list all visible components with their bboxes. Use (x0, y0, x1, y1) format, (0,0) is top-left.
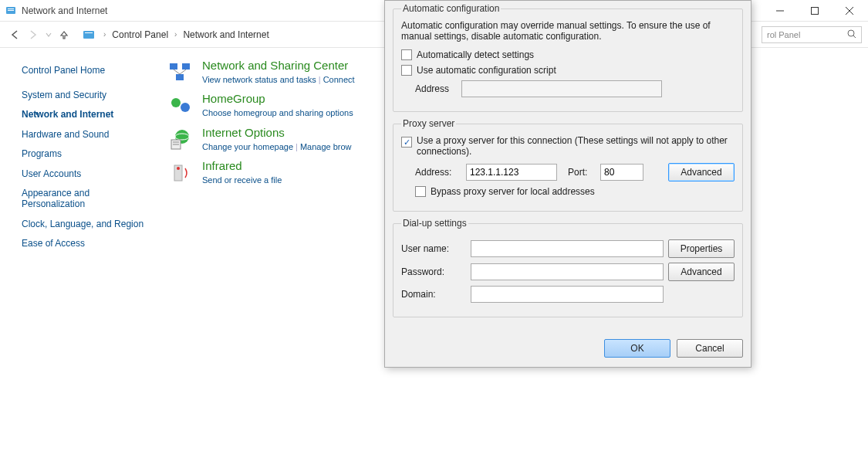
sidebar-item[interactable]: Clock, Language, and Region (22, 219, 154, 229)
checkbox-label: Bypass proxy server for local addresses (431, 186, 595, 197)
auto-config-script-checkbox[interactable] (401, 65, 412, 76)
homegroup-icon (168, 93, 193, 118)
svg-line-10 (853, 36, 856, 38)
sidebar-item[interactable]: Ease of Access (22, 238, 154, 249)
svg-rect-7 (83, 31, 94, 39)
bypass-local-checkbox[interactable] (415, 186, 426, 197)
svg-point-24 (177, 167, 180, 170)
address-label: Address (401, 83, 461, 94)
automatic-configuration-group: Automatic configuration Automatic config… (393, 3, 743, 112)
up-button[interactable] (56, 26, 73, 43)
category-link[interactable]: Change your homepage (202, 142, 293, 151)
checkbox-label: Use a proxy server for this connection (… (417, 135, 735, 157)
breadcrumb-item[interactable]: Control Panel (109, 28, 171, 42)
separator: | (296, 142, 298, 151)
proxy-address-label: Address: (415, 167, 466, 178)
username-input[interactable] (471, 240, 664, 257)
category-title[interactable]: Network and Sharing Center (202, 59, 355, 72)
category-link[interactable]: Connect (323, 75, 355, 84)
category-link[interactable]: View network status and tasks (202, 75, 316, 84)
proxy-address-input[interactable] (466, 164, 557, 181)
svg-rect-1 (8, 8, 14, 9)
password-label: Password: (401, 266, 471, 277)
checkbox-label: Automatically detect settings (417, 49, 534, 60)
back-button[interactable] (6, 26, 23, 43)
maximize-button[interactable] (797, 0, 832, 22)
svg-line-14 (174, 70, 180, 74)
ok-button[interactable]: OK (604, 339, 670, 358)
sidebar: Control Panel Home System and Security •… (0, 48, 154, 458)
dialup-advanced-button[interactable]: Advanced (668, 263, 735, 281)
search-input[interactable]: rol Panel (762, 26, 862, 43)
sidebar-item[interactable]: Programs (22, 148, 154, 159)
proxy-port-label: Port: (568, 167, 600, 178)
group-description: Automatic configuration may override man… (401, 20, 735, 42)
group-legend: Automatic configuration (401, 3, 501, 14)
search-icon[interactable] (847, 29, 856, 40)
category-title[interactable]: HomeGroup (202, 92, 353, 105)
svg-point-17 (181, 103, 190, 112)
window-controls (762, 0, 866, 22)
proxy-server-group: Proxy server Use a proxy server for this… (393, 118, 743, 212)
recent-dropdown[interactable] (43, 26, 54, 43)
dialog-footer: OK Cancel (385, 333, 751, 367)
group-legend: Proxy server (401, 118, 456, 129)
minimize-button[interactable] (762, 0, 797, 22)
chevron-icon[interactable]: › (174, 30, 177, 39)
breadcrumb-item[interactable]: Network and Internet (180, 28, 272, 42)
auto-detect-checkbox[interactable] (401, 49, 412, 60)
svg-point-9 (848, 30, 854, 36)
network-sharing-icon (168, 60, 193, 85)
category-link[interactable]: Send or receive a file (202, 175, 282, 185)
use-proxy-checkbox[interactable] (401, 137, 412, 148)
svg-rect-13 (176, 74, 184, 80)
search-placeholder: rol Panel (767, 30, 800, 39)
proxy-port-input[interactable] (600, 164, 643, 181)
sidebar-item[interactable]: Hardware and Sound (22, 129, 154, 140)
category-link[interactable]: Choose homegroup and sharing options (202, 108, 353, 117)
separator: | (319, 75, 321, 84)
category-title[interactable]: Infrared (202, 159, 282, 172)
svg-rect-4 (811, 7, 818, 14)
svg-rect-12 (182, 63, 190, 70)
close-button[interactable] (832, 0, 866, 22)
location-icon (82, 28, 96, 42)
domain-input[interactable] (471, 286, 664, 303)
sidebar-item[interactable]: Appearance and Personalization (22, 188, 122, 210)
sidebar-item[interactable]: User Accounts (22, 168, 154, 179)
window-icon (5, 5, 17, 17)
svg-rect-2 (8, 10, 14, 11)
group-legend: Dial-up settings (401, 218, 468, 229)
active-bullet-icon: • (35, 109, 39, 120)
properties-button[interactable]: Properties (668, 239, 735, 258)
proxy-advanced-button[interactable]: Advanced (668, 163, 735, 182)
domain-label: Domain: (401, 289, 471, 300)
control-panel-home-link[interactable]: Control Panel Home (22, 65, 154, 76)
svg-rect-8 (85, 32, 93, 33)
category-title[interactable]: Internet Options (202, 126, 352, 139)
svg-line-15 (180, 70, 186, 74)
username-label: User name: (401, 243, 471, 254)
window-title: Network and Internet (22, 5, 107, 16)
internet-options-icon (168, 127, 193, 152)
svg-point-16 (171, 98, 181, 107)
svg-rect-11 (170, 63, 177, 70)
sidebar-item[interactable]: System and Security (22, 90, 154, 100)
dialup-settings-group: Dial-up settings User name: Properties P… (393, 218, 743, 317)
password-input[interactable] (471, 263, 664, 280)
forward-button[interactable] (25, 26, 42, 43)
auto-config-address-input (461, 80, 662, 97)
infrared-icon (168, 161, 193, 185)
chevron-icon[interactable]: › (103, 30, 106, 39)
proxy-settings-dialog: Automatic configuration Automatic config… (384, 0, 751, 368)
checkbox-label: Use automatic configuration script (417, 65, 556, 76)
cancel-button[interactable]: Cancel (677, 339, 743, 358)
category-link[interactable]: Manage brow (300, 142, 352, 151)
sidebar-item-active[interactable]: Network and Internet (22, 109, 154, 120)
